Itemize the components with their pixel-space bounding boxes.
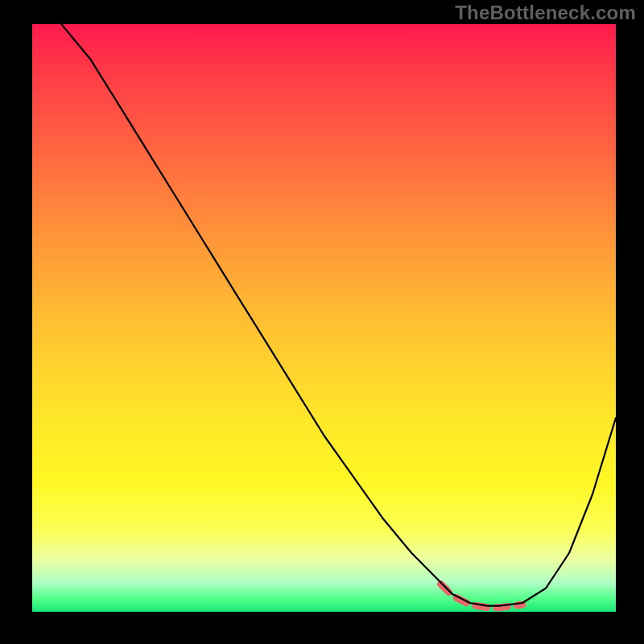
watermark-text: TheBottleneck.com	[455, 2, 636, 24]
plot-area	[32, 24, 616, 612]
curve-layer	[32, 24, 616, 612]
chart-frame: TheBottleneck.com	[0, 0, 644, 644]
bottleneck-curve	[61, 24, 616, 606]
